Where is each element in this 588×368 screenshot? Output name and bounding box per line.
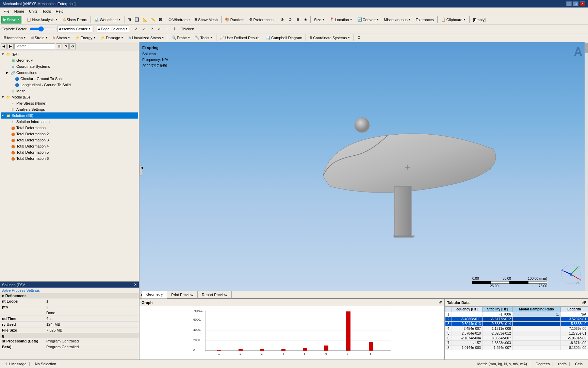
menu-units[interactable]: Units [27,9,39,14]
menu-file[interactable]: File [1,9,12,14]
tree-forward-button[interactable]: ▶ [7,43,14,49]
color-btn-3[interactable]: ↗ [148,25,155,33]
table-row-1[interactable]: 1 -1.7006 1. N/A [445,312,588,317]
tab-collapse[interactable]: ◄ [140,291,142,298]
tree-item-def2[interactable]: ⬤ Total Deformation 2 [1,131,138,137]
campbell-button[interactable]: 📊 Campbell Diagram [264,34,304,42]
table-row-6[interactable]: 6 -2.1074e-004 8.0534e-007 -5.0601e-00 [445,336,588,341]
icon-btn-2[interactable]: 🔲 [133,16,141,24]
solution-expand-icon[interactable]: ▼ [1,114,5,117]
viewport-scrollbar[interactable] [585,42,588,291]
tree-settings-button[interactable]: ⚙ [69,43,76,49]
maximize-button[interactable]: □ [573,1,578,6]
color-btn-5[interactable]: ⟂ [164,25,170,33]
clipboard-button[interactable]: 📋 Clipboard ▼ [439,16,468,24]
tree-item-coord[interactable]: ⊕ Coordinate Systems [1,63,138,70]
miscellaneous-button[interactable]: Miscellaneous ▼ [382,16,413,24]
icon-sel-3[interactable]: ⊕ [294,16,301,24]
thicken-button[interactable]: Thicken [179,25,196,33]
tools-dropdown[interactable]: 🔧 Tools ▼ [193,34,215,42]
e4-expand-icon[interactable]: ▼ [1,52,5,56]
menu-tools[interactable]: Tools [40,9,53,14]
table-row-3[interactable]: 3 9.3044e-013 -9.3687e-014 5.8865e-0 [445,322,588,326]
tree-item-circular[interactable]: 🔵 Circular - Ground To Solid [1,76,138,82]
tab-geometry[interactable]: Geometry [142,291,167,298]
graph-collapse-icon[interactable]: 🗗 [439,301,442,305]
color-btn-2[interactable]: ↙ [140,25,147,33]
tab-print-preview[interactable]: Print Preview [167,291,198,298]
table-row-4[interactable]: 4 -2.454e-007 1.1311e-008 -7.1066e-00 [445,326,588,331]
tree-item-longitudinal[interactable]: 🔵 Longitudinal - Ground To Solid [1,82,138,88]
icon-btn-3[interactable]: 📐 [141,16,149,24]
tree-item-prestress[interactable]: ○ Pre-Stress (None) [1,100,138,106]
tab-report-preview[interactable]: Report Preview [198,291,232,298]
menu-home[interactable]: Home [12,9,26,14]
convert-button[interactable]: 🔄 Convert ▼ [355,16,381,24]
table-row-2[interactable]: 2 -5.4086e-011 -5.6177e-012 3.5297e-01 [445,317,588,322]
viewport-scrollbar-thumb[interactable] [585,43,588,53]
tree-item-connections[interactable]: ▶ 🔗 Connections [1,70,138,76]
worksheet-button[interactable]: 📊 Worksheet ▼ [92,16,123,24]
tolerances-button[interactable]: Tolerances [414,16,436,24]
color-btn-4[interactable]: ↙ [156,25,163,33]
tree-item-def6[interactable]: ⬤ Total Deformation 6 [1,155,138,162]
wireframe-button[interactable]: ⬡ Wireframe [166,16,192,24]
tree-item-mesh[interactable]: ⊞ Mesh [1,88,138,94]
table-row-8[interactable]: 8 -1.0144e-003 1.294e-007 -8.1302e-00 [445,346,588,350]
tree-refresh-button[interactable]: ↻ [63,43,69,49]
table-scroll[interactable]: equency [Hz] Stability [Hz] Modal Dampin… [445,306,588,359]
table-row-5[interactable]: 5 2.8704e-010 -2.0253e-012 1.2725e-01 [445,331,588,336]
icon-sel-2[interactable]: ⊙ [287,16,294,24]
coordinate-systems-button[interactable]: ⊕ Coordinate Systems ▼ [307,34,352,42]
icon-btn-1[interactable]: ⊞ [126,16,132,24]
tree-item-def5[interactable]: ⬤ Total Deformation 5 [1,149,138,155]
user-defined-button[interactable]: 📈 User Defined Result [218,34,261,42]
collapse-handle[interactable]: ◄ [140,165,142,175]
strain-dropdown[interactable]: ≋ Strain ▼ [29,34,50,42]
tree-item-modal[interactable]: ▼ 📁 Modal (E5) [1,94,138,100]
icon-btn-5[interactable]: ⊡ [158,16,163,24]
solve-dropdown-icon[interactable]: ▼ [17,18,20,21]
connections-expand-icon[interactable]: ▶ [6,71,10,74]
energy-dropdown[interactable]: ⚡ Energy ▼ [73,34,98,42]
props-settings-btn[interactable]: Solve Process Settings [1,288,40,292]
color-btn-1[interactable]: ↗ [132,25,140,33]
edge-coloring-dropdown[interactable]: ● Edge Coloring ▼ [97,26,129,32]
explode-slider[interactable] [30,26,57,32]
extra-icon-btn[interactable]: ⚙ [355,34,363,42]
icon-btn-4[interactable]: 📏 [149,16,157,24]
tree-item-def1[interactable]: ⬤ Total Deformation [1,125,138,131]
tree-item-analysis[interactable]: ⚙ Analysis Settings [1,106,138,112]
close-button[interactable]: ✕ [580,1,585,6]
tree-item-geometry[interactable]: ▦ Geometry [1,57,138,63]
tree-item-solution[interactable]: ▼ 📁 Solution (E6) [1,112,138,119]
tree-back-button[interactable]: ◀ [1,43,7,49]
window-controls[interactable]: ─ □ ✕ [566,1,585,6]
show-mesh-button[interactable]: ⊞ Show Mesh [192,16,219,24]
tree-item-sol-info[interactable]: ℹ Solution Information [1,119,138,125]
probe-dropdown[interactable]: 🔍 Probe ▼ [169,34,192,42]
menu-help[interactable]: Help [54,9,66,14]
formation-dropdown[interactable]: ⊞ formation ▼ [1,34,28,42]
icon-sel-4[interactable]: ◈ [302,16,309,24]
3d-model[interactable] [303,115,507,238]
preferences-button[interactable]: ⚙ Preferences [247,16,275,24]
table-row-7[interactable]: 7 -1.57 1.3323e-003 -8.371e-00 [445,341,588,346]
random-button[interactable]: 🎨 Random [223,16,247,24]
modal-expand-icon[interactable]: ▼ [1,95,5,99]
props-close-icon[interactable]: ✕ [134,282,137,287]
tree-expand-all-button[interactable]: ⊞ [56,43,62,49]
damage-dropdown[interactable]: ⚡ Damage ▼ [98,34,126,42]
solve-button[interactable]: ▶ Solve ▼ [1,16,21,24]
tree-item-def3[interactable]: ⬤ Total Deformation 3 [1,137,138,143]
tabular-collapse-icon[interactable]: 🗗 [582,301,586,305]
minimize-button[interactable]: ─ [566,1,572,6]
show-errors-button[interactable]: ⚠ Show Errors [61,16,89,24]
stress-dropdown[interactable]: ≋ Stress ▼ [50,34,72,42]
color-btn-6[interactable]: ⊥ [171,25,178,33]
assembly-center-dropdown[interactable]: Assembly Center ▼ [58,26,92,32]
linearized-stress-dropdown[interactable]: ≋ Linearized Stress ▼ [126,34,166,42]
viewport[interactable]: ◄ E: spring Solution Frequency: N/A 2022… [140,42,588,298]
location-button[interactable]: 📍 Location ▼ [327,16,355,24]
empty-button[interactable]: [Empty] [471,16,488,24]
